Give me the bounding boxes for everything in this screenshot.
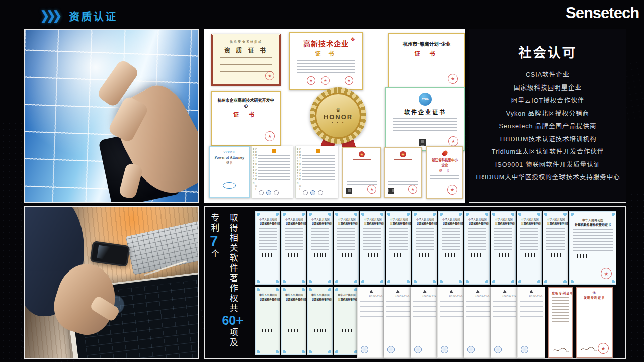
- certificate-header: 中华人民共和国: [338, 293, 355, 297]
- blue-stamp-icon: [223, 182, 236, 189]
- certificate-text-lines: [416, 228, 434, 250]
- certificate-header: 中华人民共和国: [442, 217, 459, 221]
- certificate-text-lines: [302, 155, 335, 182]
- copyright-certificate-thumb: 中华人民共和国 计算机软件著作权登记证书: [334, 211, 359, 285]
- blue-stamp-icon: [494, 346, 502, 353]
- red-seal-icon: ★: [447, 185, 457, 195]
- certificate-header: 中华人民共和国: [521, 217, 538, 221]
- blue-stamp-icon: [467, 346, 475, 353]
- certificate-title: 高新技术企业: [294, 38, 358, 48]
- red-seal-icon: ★: [448, 74, 458, 84]
- certificate-text-lines: [347, 163, 377, 185]
- certificate-text-lines: [386, 299, 410, 319]
- list-item: ISO9001 物联网软件开发质量认证: [495, 159, 600, 172]
- copyright-certificate-thumb: 中华人民共和国 计算机软件著作权登记证书: [386, 211, 411, 285]
- patents-vertical-label: 专利 7 个 取得相关软件著作权共 60+ 项及: [209, 213, 244, 348]
- certificate-text-lines: [311, 228, 329, 250]
- barcode: [314, 329, 326, 332]
- blue-stamp-icon: [387, 346, 395, 353]
- qr-code: [346, 188, 352, 194]
- barcode: [288, 253, 299, 257]
- barcode: [524, 253, 535, 257]
- label-column-patents: 专利 7 个: [209, 213, 219, 348]
- innova-label: INNOVA: [440, 294, 463, 297]
- certificate-side-text: CERTIFICATE OF REGISTRATION: [296, 148, 301, 196]
- label-text: 个: [209, 249, 219, 259]
- slide-qualification-certification: ❯❯❯ 资质认证 Sensetech 信息安全系统集成 资 质 证 书 ★ ❖ …: [0, 0, 644, 362]
- certificate-qualification: 信息安全系统集成 资 质 证 书 ★: [211, 34, 281, 86]
- badge-icon: [259, 190, 264, 195]
- certificate-header: 中华人民共和国: [468, 217, 486, 221]
- barcode: [393, 253, 404, 257]
- barcode: [550, 253, 561, 257]
- certificate-national-emblem: ★ ★: [342, 147, 381, 198]
- certificate-title: 计算机软件著作权登记证书: [495, 222, 511, 225]
- barcode: [341, 329, 352, 332]
- barcode: [262, 253, 273, 257]
- list-item: TRIDIUM技术认证技术培训机构: [499, 133, 596, 146]
- certificate-text-lines: [389, 228, 408, 250]
- accreditation-badges: [259, 190, 279, 195]
- certificate-header: 中华人民共和国: [259, 217, 276, 221]
- registrar-logo: [316, 149, 320, 153]
- certificate-rnd-center: 杭州市企业高新技术研究开发中心 证 书 ★: [211, 90, 281, 146]
- certificate-text-lines: [466, 299, 490, 319]
- medal-label: HONOR: [324, 113, 353, 121]
- list-item: 国家级科技园明星企业: [514, 82, 582, 95]
- issuer-logo-icon: [503, 290, 507, 293]
- blue-stamp-icon: [414, 346, 422, 353]
- issuer-logo-icon: [450, 290, 453, 293]
- signature-graphic: [552, 347, 570, 353]
- innova-certificate-thumb: INNOVA: [437, 287, 465, 358]
- national-emblem-icon: ★: [400, 151, 406, 157]
- certificate-header: 中华人民共和国: [285, 293, 302, 297]
- certificate-header: 中华人民共和国: [338, 217, 355, 221]
- badge-icon: [310, 190, 315, 195]
- certificate-header: 中华人民共和国: [311, 217, 329, 221]
- patents-panel: 专利 7 个 取得相关软件著作权共 60+ 项及 中华人民共和国 计算机软件著作…: [204, 206, 626, 359]
- copyright-certificate-thumb: 中华人民共和国 计算机软件著作权登记证书: [255, 211, 280, 285]
- red-seal-icon: ★: [598, 343, 609, 354]
- certificate-header: 中华人民共和国: [311, 293, 329, 297]
- barcode: [341, 253, 352, 257]
- certificate-header: 中华人民共和国: [390, 217, 407, 221]
- certificate-title: 杭州市“雏鹰计划”企业: [394, 40, 459, 47]
- certificate-subtitle: 证 书: [394, 49, 459, 57]
- label-text: 取得相关软件著作权共: [227, 213, 237, 314]
- medal-dots: • • •: [332, 121, 345, 124]
- blue-stamp-icon: [521, 346, 528, 353]
- certificate-header: 中华人民共和国: [285, 217, 302, 221]
- certificate-title: 计算机软件著作权登记证书: [521, 222, 537, 225]
- barcode: [262, 329, 273, 332]
- flame-icon: [441, 150, 449, 157]
- slide-header: ❯❯❯ 资质认证: [40, 8, 117, 23]
- certificate-eaglet-plan: 杭州市“雏鹰计划”企业 证 书 ★: [388, 33, 465, 88]
- copyright-certificates-row: 中华人民共和国 计算机软件著作权登记证书 中华人民共和国 计算机软件著作权登记证…: [255, 211, 616, 285]
- copyright-certificate-thumb-large: 中华人民共和国 计算机软件著作权登记证书 ★: [569, 211, 616, 285]
- certificate-power-of-attorney: VYKON Power of Attorney 证书: [209, 146, 250, 198]
- certificate-title: 杭州市企业高新技术研究开发中心: [216, 97, 275, 108]
- certificate-text-lines: [573, 229, 613, 251]
- badge-icon: [303, 190, 308, 195]
- certificate-text-lines: [520, 299, 543, 319]
- qr-code: [388, 188, 394, 194]
- red-seal-icon: ★: [345, 76, 353, 85]
- certificate-text-lines: [494, 228, 512, 250]
- innova-certificate-thumb: INNOVA: [384, 287, 412, 358]
- certificate-title: 计算机软件著作权登记证书: [260, 297, 276, 301]
- certificate-subtitle: 证 书: [216, 110, 275, 118]
- certificate-text-lines: [285, 304, 303, 326]
- certificates-panel: 信息安全系统集成 资 质 证 书 ★ ❖ 高新技术企业 证 书 ★ ★ ★ 杭州…: [204, 29, 465, 203]
- copyright-certificate-thumb: 中华人民共和国 计算机软件著作权登记证书: [307, 211, 333, 285]
- page-title: 资质认证: [69, 8, 117, 23]
- badge-icon: [274, 190, 279, 195]
- innova-label: INNOVA: [493, 294, 516, 297]
- emblem-icon: ❖: [350, 36, 355, 43]
- cnipa-logo-icon: ❀: [579, 291, 609, 295]
- blue-stamp-icon: [441, 346, 448, 353]
- list-item: Sensetech 品牌全国产品提供商: [499, 120, 596, 133]
- list-item: TRIDIUM大中华区授权的全球技术支持服务中心: [475, 171, 620, 185]
- certificate-title: 计算机软件著作权登记证书: [260, 222, 276, 225]
- certificate-title: 计算机软件著作权登记证书: [286, 222, 302, 225]
- copyright-certificate-thumb: 中华人民共和国 计算机软件著作权登记证书: [412, 211, 437, 285]
